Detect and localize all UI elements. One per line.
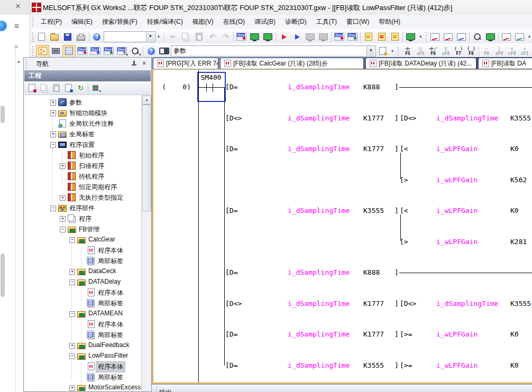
tree-item-[interactable]: 程序本体 xyxy=(24,287,143,298)
operand-constant[interactable]: K562 xyxy=(510,176,527,184)
scroll-up-icon[interactable]: ▲ xyxy=(16,58,23,64)
trace-start-button[interactable] xyxy=(442,31,455,43)
instruction-opcode[interactable]: [< xyxy=(400,145,408,153)
menu-item-f[interactable]: 搜索/替换(F) xyxy=(97,16,142,28)
find-combo-dropdown-icon[interactable]: ▼ xyxy=(366,46,375,55)
tree-item-label[interactable]: 程序 xyxy=(77,214,93,224)
tree-item-label[interactable]: 全局标签 xyxy=(68,129,96,139)
instruction-opcode[interactable]: [>= xyxy=(400,330,412,339)
toolbar-overflow-1[interactable]: ▾ xyxy=(155,31,162,43)
menu-item-c[interactable]: 转换/编译(C) xyxy=(142,16,188,28)
tree-item-dataceck[interactable]: +DataCeck xyxy=(24,266,143,277)
sampling-trace-button[interactable] xyxy=(471,31,484,43)
collapse-icon[interactable]: − xyxy=(69,311,75,317)
tree-scroll-up-icon[interactable]: ▲ xyxy=(142,96,151,105)
transfer-setup-button[interactable] xyxy=(404,31,417,43)
operand-constant[interactable]: K3555 xyxy=(510,300,531,308)
tree-item-datadelay[interactable]: −DATADelay xyxy=(24,277,143,287)
tree-item-label[interactable]: 程序本体 xyxy=(96,320,125,330)
tree-item-[interactable]: 程序本体 xyxy=(24,245,143,256)
tree-item-label[interactable]: 初始程序 xyxy=(77,151,106,161)
window-select-combo-dropdown-icon[interactable]: ▼ xyxy=(146,32,154,41)
cross-reference-button[interactable] xyxy=(158,45,171,58)
collapse-icon[interactable]: − xyxy=(50,142,56,148)
tree-item-label[interactable]: 待机程序 xyxy=(77,172,106,182)
watch-window-button[interactable]: ▼ xyxy=(115,45,129,58)
refresh-button[interactable]: ↻ xyxy=(75,82,87,94)
tree-item-label[interactable]: 局部标签 xyxy=(96,298,125,309)
operand-constant[interactable]: K0 xyxy=(510,361,519,370)
ladder-symbol-button-f9[interactable]: —F9 xyxy=(480,45,493,58)
tree-item-datamean[interactable]: −DATAMEAN xyxy=(24,309,143,319)
device-test-button[interactable] xyxy=(346,31,359,43)
close-icon[interactable]: × xyxy=(13,1,23,12)
document-tab-2[interactable]: [FB]读取 CalcGear (只读) (285)步 xyxy=(220,58,364,69)
operand-label[interactable]: i_dSamplingTime xyxy=(288,300,350,308)
tree-item-label[interactable]: DATAMEAN xyxy=(87,309,124,318)
tree-item-label[interactable]: 程序本体 xyxy=(96,246,125,256)
expand-icon[interactable]: + xyxy=(69,385,75,391)
collapse-icon[interactable]: − xyxy=(50,206,56,211)
operand-label[interactable]: i_dSamplingTime xyxy=(288,268,350,277)
operand-constant[interactable]: K1777 xyxy=(363,145,384,153)
collapse-icon[interactable]: − xyxy=(69,279,75,285)
instruction-opcode[interactable]: [D<> xyxy=(400,300,416,308)
expand-icon[interactable]: + xyxy=(50,110,56,116)
tree-item-label[interactable]: 局部标签 xyxy=(96,330,125,340)
tree-item-fb[interactable]: −FB管理 xyxy=(24,224,143,235)
device-batch-button[interactable] xyxy=(102,45,115,58)
instruction-opcode[interactable]: [D<> xyxy=(225,300,242,308)
ladder-canvas[interactable]: SM400( 0)[D=i_dSamplingTimeK888][D<>i_dS… xyxy=(155,70,532,383)
data-property-button[interactable] xyxy=(62,82,75,94)
toolbar-overflow-2[interactable]: ▾ xyxy=(417,31,424,43)
nav-paste-button[interactable] xyxy=(50,82,62,94)
help2-button[interactable]: ? xyxy=(144,45,158,58)
operand-label[interactable]: i_wLPFGain xyxy=(436,207,478,215)
ladder-symbol-button-f5[interactable]: ⊣⊢F5 xyxy=(401,45,414,58)
instruction-opcode[interactable]: [D= xyxy=(225,361,237,370)
paste-button[interactable] xyxy=(192,31,206,43)
tree-item-[interactable]: 全局软元件注释 xyxy=(24,118,143,129)
ladder-symbol-button-f6[interactable]: ⊣⊬F6 xyxy=(427,45,439,58)
scroll-thumb[interactable] xyxy=(1,106,5,123)
instruction-opcode[interactable]: [D= xyxy=(225,145,237,153)
operand-label[interactable]: i_dSamplingTime xyxy=(436,300,498,308)
hamburger-menu-icon[interactable]: ≡ xyxy=(14,22,23,30)
device-display-button[interactable] xyxy=(333,31,346,43)
new-data-button[interactable] xyxy=(26,82,38,94)
tree-item-motorscaleexcessivee[interactable]: +MotorScaleExcessiveE xyxy=(24,382,143,391)
copy-button[interactable] xyxy=(179,31,192,43)
operand-label[interactable]: i_dSamplingTime xyxy=(288,145,350,153)
panel-close-icon[interactable]: × xyxy=(140,59,148,67)
menu-item-t[interactable]: 工具(T) xyxy=(311,16,342,28)
operand-constant[interactable]: K1777 xyxy=(363,300,384,308)
menu-item-o[interactable]: 在线(O) xyxy=(218,16,250,28)
instruction-opcode[interactable]: [D= xyxy=(225,330,237,339)
operand-constant[interactable]: K888 xyxy=(363,83,380,91)
instruction-opcode[interactable]: [>= xyxy=(400,361,412,370)
pin-icon[interactable] xyxy=(131,60,137,67)
ladder-symbol-button-f7[interactable]: ( )F7 xyxy=(452,45,465,58)
menu-item-v[interactable]: 视图(V) xyxy=(188,16,218,28)
operand-label[interactable]: i_dSamplingTime xyxy=(288,114,350,123)
instruction-opcode[interactable]: [< xyxy=(400,207,408,215)
sort-button[interactable]: ▼ xyxy=(89,82,102,94)
operand-constant[interactable]: K3555 xyxy=(363,207,384,215)
tree-scrollbar[interactable]: ▲ xyxy=(141,95,151,391)
ladder-symbol-button-cf9[interactable]: ×cF9 xyxy=(506,45,518,58)
tree-item-label[interactable]: 扫描程序 xyxy=(77,161,106,171)
operand-constant[interactable]: K1777 xyxy=(363,330,384,339)
tree-item-label[interactable]: MotorScaleExcessiveE xyxy=(87,383,143,391)
trend-graph-button[interactable] xyxy=(500,31,513,43)
operand-label[interactable]: i_wLPFGain xyxy=(436,361,478,370)
tree-item-label[interactable]: DualFeedback xyxy=(87,341,131,349)
expand-icon[interactable]: + xyxy=(69,343,75,349)
tree-item-lowpassfilter[interactable]: −LowPassFilter xyxy=(24,351,143,361)
collapse-icon[interactable]: − xyxy=(69,237,75,243)
device-comment-find-button[interactable] xyxy=(235,31,248,43)
monitor-write-mode-button[interactable] xyxy=(261,31,274,43)
trace-setting-button[interactable] xyxy=(428,31,442,43)
tree-item-label[interactable]: DATADelay xyxy=(87,277,122,286)
navigation-window-button[interactable] xyxy=(36,45,49,58)
operand-label[interactable]: i_dSamplingTime xyxy=(288,207,350,215)
